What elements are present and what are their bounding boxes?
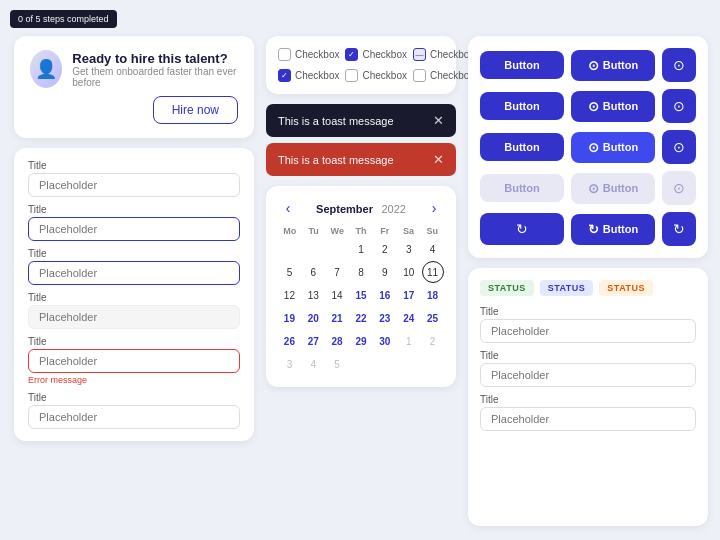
cal-day: [278, 238, 300, 260]
right-field-1: Title: [480, 306, 696, 343]
btn-loading-1[interactable]: ↻: [480, 213, 564, 245]
cal-day[interactable]: 21: [326, 307, 348, 329]
field-group-1: Title: [28, 160, 240, 197]
btn-primary-3[interactable]: Button: [480, 133, 564, 161]
cal-day[interactable]: 2: [422, 330, 444, 352]
cal-day[interactable]: 14: [326, 284, 348, 306]
btn-icon-only-2[interactable]: ⊙: [662, 89, 696, 123]
cal-day[interactable]: 28: [326, 330, 348, 352]
btn-loading-icon-only[interactable]: ↻: [662, 212, 696, 246]
middle-column: Checkbox ✓ Checkbox — Checkbox ✓ Checkbo…: [266, 36, 456, 526]
right-label-1: Title: [480, 306, 696, 317]
cal-day[interactable]: 20: [302, 307, 324, 329]
spinner-icon-1: ↻: [516, 221, 528, 237]
checkbox-item-4[interactable]: ✓ Checkbox: [278, 69, 339, 82]
btn-primary-2[interactable]: Button: [480, 92, 564, 120]
calendar-month: September: [316, 203, 373, 215]
cal-day[interactable]: 1: [350, 238, 372, 260]
cal-day[interactable]: 2: [374, 238, 396, 260]
checkbox-box-4: ✓: [278, 69, 291, 82]
right-input-2[interactable]: [480, 363, 696, 387]
btn-primary-icon-3[interactable]: ⊙Button: [571, 132, 655, 163]
cal-day[interactable]: 25: [422, 307, 444, 329]
cal-day[interactable]: 15: [350, 284, 372, 306]
right-input-3[interactable]: [480, 407, 696, 431]
btn-primary-1[interactable]: Button: [480, 51, 564, 79]
cal-day[interactable]: 9: [374, 261, 396, 283]
field-input-3[interactable]: [28, 261, 240, 285]
cal-day[interactable]: 13: [302, 284, 324, 306]
field-input-2[interactable]: [28, 217, 240, 241]
field-input-6[interactable]: [28, 405, 240, 429]
cal-day[interactable]: 12: [278, 284, 300, 306]
cal-day[interactable]: 29: [350, 330, 372, 352]
cal-day[interactable]: 16: [374, 284, 396, 306]
cal-day[interactable]: 23: [374, 307, 396, 329]
cal-day[interactable]: 11: [422, 261, 444, 283]
cal-day[interactable]: 17: [398, 284, 420, 306]
checkbox-item-6[interactable]: Checkbox: [413, 69, 474, 82]
refresh-icon-1: ⊙: [588, 58, 599, 73]
toast-dark: This is a toast message ✕: [266, 104, 456, 137]
hire-title: Ready to hire this talent?: [72, 51, 238, 66]
checkbox-item-5[interactable]: Checkbox: [345, 69, 406, 82]
right-input-1[interactable]: [480, 319, 696, 343]
toast-red-close[interactable]: ✕: [433, 152, 444, 167]
cal-header-fr: Fr: [373, 226, 397, 236]
calendar-next[interactable]: ›: [424, 198, 444, 218]
cal-day[interactable]: 26: [278, 330, 300, 352]
checkbox-item-2[interactable]: ✓ Checkbox: [345, 48, 406, 61]
checkbox-section: Checkbox ✓ Checkbox — Checkbox ✓ Checkbo…: [266, 36, 456, 94]
field-label-5: Title: [28, 336, 240, 347]
cal-day[interactable]: 1: [398, 330, 420, 352]
checkbox-item-1[interactable]: Checkbox: [278, 48, 339, 61]
btn-icon-only-1[interactable]: ⊙: [662, 48, 696, 82]
btn-icon-only-disabled: ⊙: [662, 171, 696, 205]
hire-now-button[interactable]: Hire now: [153, 96, 238, 124]
cal-day[interactable]: 10: [398, 261, 420, 283]
cal-day[interactable]: 19: [278, 307, 300, 329]
right-column: Button ⊙Button ⊙ Button ⊙Button ⊙ Button…: [468, 36, 708, 526]
btn-loading-label[interactable]: ↻Button: [571, 214, 655, 245]
cal-day[interactable]: 7: [326, 261, 348, 283]
cal-day[interactable]: 4: [302, 353, 324, 375]
cal-day: [422, 353, 444, 375]
checkbox-item-3[interactable]: — Checkbox: [413, 48, 474, 61]
cal-header-th: Th: [349, 226, 373, 236]
cal-day: [374, 353, 396, 375]
cal-day[interactable]: 27: [302, 330, 324, 352]
cal-day[interactable]: 3: [398, 238, 420, 260]
steps-banner: 0 of 5 steps completed: [10, 10, 117, 28]
cal-day[interactable]: 8: [350, 261, 372, 283]
calendar-prev[interactable]: ‹: [278, 198, 298, 218]
cal-day[interactable]: 24: [398, 307, 420, 329]
refresh-icon-2: ⊙: [588, 99, 599, 114]
cal-day[interactable]: 3: [278, 353, 300, 375]
cal-header-we: We: [325, 226, 349, 236]
toast-red: This is a toast message ✕: [266, 143, 456, 176]
cal-day[interactable]: 18: [422, 284, 444, 306]
toast-dark-close[interactable]: ✕: [433, 113, 444, 128]
cal-day[interactable]: 5: [326, 353, 348, 375]
field-label-2: Title: [28, 204, 240, 215]
cal-day[interactable]: 22: [350, 307, 372, 329]
cal-day[interactable]: 4: [422, 238, 444, 260]
spinner-icon-3: ↻: [673, 221, 685, 237]
cal-day[interactable]: 6: [302, 261, 324, 283]
hire-avatar: 👤: [30, 50, 62, 88]
btn-disabled-icon-1: ⊙Button: [571, 173, 655, 204]
button-section: Button ⊙Button ⊙ Button ⊙Button ⊙ Button…: [468, 36, 708, 258]
btn-primary-icon-2[interactable]: ⊙Button: [571, 91, 655, 122]
checkbox-box-3: —: [413, 48, 426, 61]
btn-primary-icon-1[interactable]: ⊙Button: [571, 50, 655, 81]
btn-icon-only-3[interactable]: ⊙: [662, 130, 696, 164]
form-section: Title Title Title Title: [14, 148, 254, 441]
cal-day[interactable]: 5: [278, 261, 300, 283]
field-input-5[interactable]: [28, 349, 240, 373]
cal-day[interactable]: 30: [374, 330, 396, 352]
spinner-icon-2: ↻: [588, 222, 599, 237]
cal-header-su: Su: [420, 226, 444, 236]
field-input-1[interactable]: [28, 173, 240, 197]
status-badges: STATUS STATUS STATUS: [480, 280, 696, 296]
cal-header-tu: Tu: [302, 226, 326, 236]
